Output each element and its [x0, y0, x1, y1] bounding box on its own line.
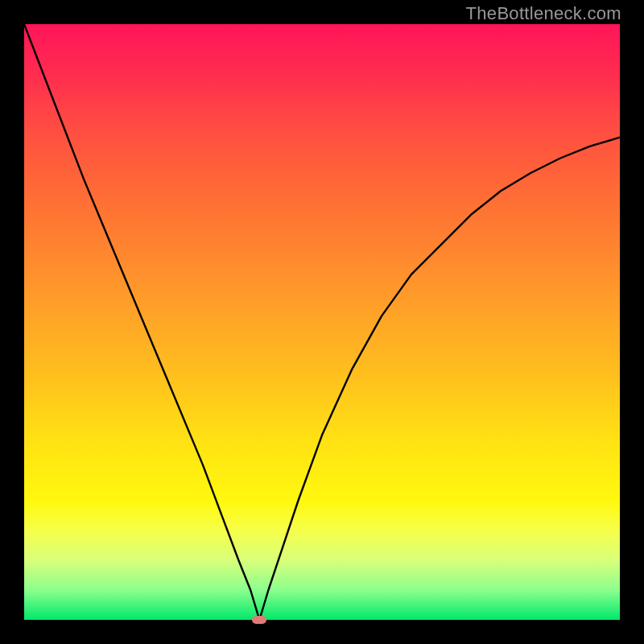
minimum-marker — [252, 616, 266, 624]
chart-frame: TheBottleneck.com — [0, 0, 644, 644]
plot-area — [24, 24, 620, 620]
bottleneck-curve — [24, 24, 620, 620]
watermark-text: TheBottleneck.com — [466, 3, 621, 24]
